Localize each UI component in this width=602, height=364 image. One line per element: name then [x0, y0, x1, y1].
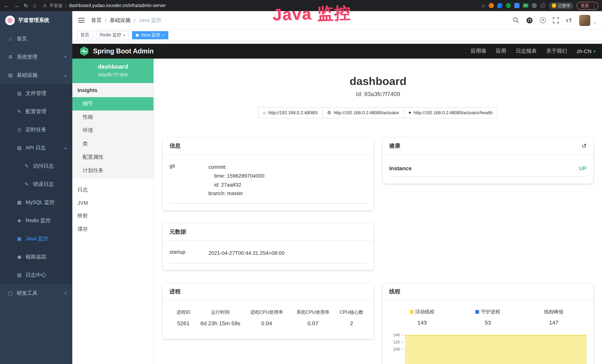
sba-item-classes[interactable]: 类 [72, 137, 153, 150]
browser-actions: ☆ on 已暂停 更新 ⋮ [481, 2, 599, 10]
sidebar-item-system[interactable]: ⚙ 系统管理 ▾ [0, 48, 72, 66]
sba-item-caches[interactable]: 缓存 [72, 223, 153, 236]
extension-icon[interactable] [532, 3, 537, 8]
extension-icon[interactable] [506, 3, 511, 8]
sba-nav-wallboard[interactable]: 应用墙 [471, 48, 486, 54]
instance-header[interactable]: dashboard 93a3fc7f7409 [72, 59, 153, 83]
main-column: 首页 / 基础设施 / Java 监控 ? [72, 11, 602, 364]
sba-item-metrics[interactable]: 性能 [72, 110, 153, 124]
chevron-up-icon: ▴ [64, 146, 66, 150]
fullscreen-icon[interactable] [553, 17, 559, 23]
sba-brand[interactable]: Spring Boot Admin [79, 46, 154, 56]
sidebar-item-redis-monitor[interactable]: ◈ Redis 监控 [0, 211, 72, 230]
info-card-title: 信息 [163, 138, 374, 155]
forward-icon[interactable]: → [14, 3, 19, 9]
sidebar-item-label: 错误日志 [33, 181, 54, 187]
browser-menu-icon[interactable]: ⋮ [592, 3, 597, 8]
font-size-icon[interactable]: тT [566, 17, 572, 23]
search-icon[interactable] [513, 17, 519, 23]
sba-nav-applications[interactable]: 应用 [496, 48, 506, 54]
sba-item-details[interactable]: 细节 [72, 97, 153, 110]
tab-redis-monitor[interactable]: Redis 监控 × [96, 31, 129, 39]
sidebar-item-scheduled-jobs[interactable]: ◷ 定时任务 [0, 120, 72, 139]
breadcrumb-item[interactable]: 首页 [91, 17, 102, 23]
sba-item-configprops[interactable]: 配置属性 [72, 150, 153, 164]
tab-label: 首页 [80, 32, 89, 38]
column-header: 进程ID [170, 309, 197, 316]
home-icon[interactable]: ⌂ [33, 3, 36, 9]
process-table: 进程ID 运行时间 进程CPU使用率 系统CPU使用率 CPU核心数 5261 … [170, 304, 367, 332]
sidebar-item-infra[interactable]: ▤ 基础设施 ▴ [0, 66, 72, 84]
sba-item-environment[interactable]: 环境 [72, 124, 153, 137]
sba-item-jvm[interactable]: JVM [72, 197, 153, 209]
column-header: 运行时间 [197, 309, 244, 316]
sba-sidebar: dashboard 93a3fc7f7409 Insights 细节 性能 环境… [72, 59, 154, 364]
on-badge-extension-icon[interactable]: on [523, 3, 528, 8]
update-button[interactable]: 更新 ⋮ [577, 2, 599, 10]
sidebar-item-label: 配置管理 [26, 108, 46, 115]
health-instance-row[interactable]: Instance UP [389, 158, 587, 177]
sidebar-item-java-monitor[interactable]: ▣ Java 监控 [0, 230, 72, 248]
hamburger-icon[interactable] [77, 16, 85, 24]
sidebar-item-error-logs[interactable]: ✎ 错误日志 [0, 175, 72, 193]
sidebar-item-access-logs[interactable]: ✎ 访问日志 [0, 157, 72, 175]
close-icon[interactable]: × [123, 33, 126, 37]
tools-icon: ▢ [7, 290, 13, 296]
locale-selector[interactable]: zh-CN ▾ [577, 48, 595, 54]
sidebar-item-tracing[interactable]: ◉ 链路追踪 [0, 248, 72, 266]
home-icon: ⌂ [7, 36, 13, 42]
log-icon: ▧ [16, 145, 22, 150]
paused-badge[interactable]: 已暂停 [549, 2, 573, 9]
sba-nav-about[interactable]: 关于我们 [546, 48, 567, 54]
live-threads-area [405, 335, 587, 364]
sba-item-logs[interactable]: 日志 [72, 183, 153, 197]
pin-extension-icon[interactable] [497, 3, 502, 8]
puzzle-extension-icon[interactable] [540, 3, 546, 8]
tab-java-monitor[interactable]: Java 监控 × [132, 31, 168, 39]
tab-home[interactable]: 首页 [77, 31, 93, 39]
health-url-chip[interactable]: ♥ http://192.168.0.2:48080/actuator/heal… [404, 107, 497, 118]
legend-label: 守护进程 [481, 309, 500, 315]
reload-icon[interactable]: ↻ [24, 3, 28, 9]
extension-icon[interactable] [514, 3, 519, 8]
service-url-chip[interactable]: ⌂ http://192.168.0.2:48080/ [258, 107, 322, 118]
github-icon[interactable] [526, 17, 533, 23]
sidebar-item-home[interactable]: ⌂ 首页 [0, 30, 72, 48]
info-value: commit: time: 1596289704000 id: 27aa832 … [208, 163, 264, 198]
chevron-down-icon: ▾ [64, 291, 66, 295]
sidebar-item-mysql-monitor[interactable]: ▦ MySQL 监控 [0, 193, 72, 211]
breadcrumb-item-current: Java 监控 [139, 17, 161, 23]
sidebar-item-label: 首页 [17, 35, 27, 42]
help-icon[interactable]: ? [540, 17, 546, 23]
avatar[interactable] [579, 15, 591, 26]
sba-nav-journal[interactable]: 日志报表 [516, 48, 537, 54]
history-icon[interactable]: ↺ [582, 142, 587, 150]
info-card: 信息 git commit: time: 1596289704000 id: 2… [163, 138, 374, 210]
actuator-url-chip[interactable]: ⚙ http://192.168.0.2:48080/actuator [322, 107, 404, 118]
header-actions: ? тT ▾ [513, 15, 595, 26]
sidebar-item-api-logs[interactable]: ▧ API 日志 ▴ [0, 139, 72, 157]
column-header: 系统CPU使用率 [290, 309, 336, 316]
sidebar-item-file-mgmt[interactable]: ▥ 文件管理 [0, 84, 72, 102]
url-text[interactable]: dashboard.yudao.iocoder.cn/infra/admin-s… [69, 3, 166, 8]
sidebar-menu: ⌂ 首页 ⚙ 系统管理 ▾ ▤ 基础设施 ▴ ▥ 文件管理 [0, 30, 72, 364]
sba-item-mappings[interactable]: 映射 [72, 209, 153, 223]
sidebar-item-label: 研发工具 [17, 290, 37, 297]
breadcrumb-item[interactable]: 基础设施 [110, 17, 130, 23]
sba-item-scheduled-tasks[interactable]: 计划任务 [72, 164, 153, 177]
threads-legend: 活动线程 守护进程 线程峰值 [389, 304, 587, 326]
close-icon[interactable]: × [162, 33, 164, 37]
sidebar-item-log-center[interactable]: ▨ 日志中心 [0, 266, 72, 284]
annotation-java-monitor: Java 监控 [272, 2, 352, 26]
security-label[interactable]: 不安全 [49, 2, 63, 9]
gear-icon: ⚙ [7, 54, 13, 60]
sidebar-item-dev-tools[interactable]: ▢ 研发工具 ▾ [0, 284, 72, 302]
sidebar-item-config-mgmt[interactable]: ✎ 配置管理 [0, 102, 72, 120]
warning-icon: ⚠ [43, 3, 47, 8]
metadata-card-title: 元数据 [163, 224, 374, 241]
extension-icon[interactable] [489, 3, 494, 8]
bookmark-star-icon[interactable]: ☆ [481, 3, 485, 8]
address-bar[interactable]: ⚠ 不安全 | dashboard.yudao.iocoder.cn/infra… [43, 2, 166, 9]
tab-label: Redis 监控 [100, 32, 121, 38]
back-icon[interactable]: ← [4, 3, 9, 9]
